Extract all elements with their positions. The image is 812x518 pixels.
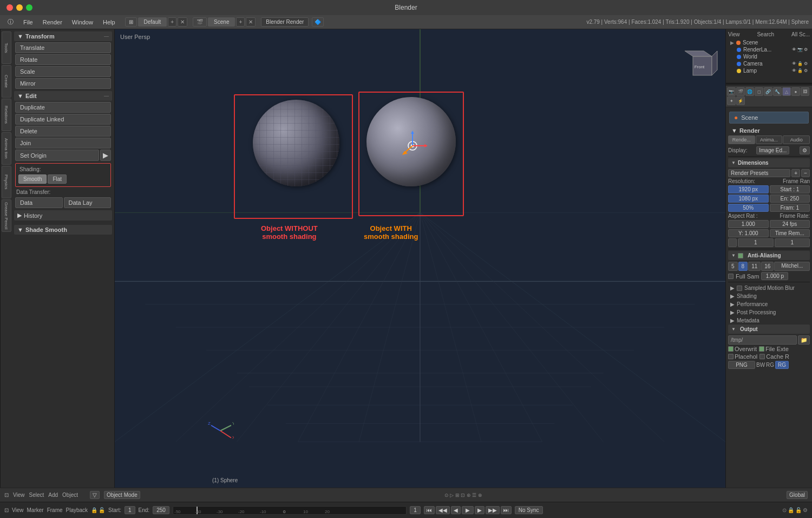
add-scene-btn[interactable]: + bbox=[236, 17, 245, 27]
aa-btn-16[interactable]: 16 bbox=[761, 262, 774, 271]
sampled-motion-blur-checkbox[interactable] bbox=[737, 286, 742, 291]
post-processing-row[interactable]: ▶ Post Processing bbox=[728, 308, 810, 316]
outliner-item-lamp[interactable]: Lamp 👁 🔒 ⚙ bbox=[728, 67, 810, 74]
timeline-frame-btn[interactable]: Frame bbox=[47, 507, 63, 513]
render-presets-select[interactable]: Render Presets bbox=[728, 169, 790, 177]
add-bottom-btn[interactable]: Add bbox=[48, 492, 58, 498]
end-value[interactable]: En: 250 bbox=[770, 195, 810, 203]
output-path-input[interactable]: /tmp/ bbox=[728, 335, 797, 345]
search-btn-outliner[interactable]: Search bbox=[757, 31, 774, 37]
material-props-icon[interactable]: ● bbox=[791, 87, 800, 96]
close-workspace-btn[interactable]: ✕ bbox=[178, 17, 187, 27]
camera-eye-icon[interactable]: 👁 bbox=[792, 61, 796, 66]
side-tab-animation[interactable]: Anima tion bbox=[2, 132, 11, 165]
prev-btn[interactable]: ◀ bbox=[451, 506, 461, 514]
side-tab-physics[interactable]: Physics bbox=[2, 166, 11, 198]
viewport[interactable]: View Select Add Object ⊙ ▷ ⊞ ⊡ bbox=[115, 29, 725, 488]
aa-btn-5[interactable]: 5 bbox=[728, 262, 738, 271]
lamp-settings-icon[interactable]: ⚙ bbox=[804, 68, 808, 73]
delete-btn[interactable]: Delete bbox=[15, 126, 111, 137]
res-pct-value[interactable]: 50% bbox=[728, 204, 769, 212]
menu-file[interactable]: File bbox=[19, 18, 37, 27]
shade-smooth-header[interactable]: ▼ Shade Smooth bbox=[14, 225, 112, 235]
scene-props-icon[interactable]: 🎬 bbox=[736, 87, 745, 96]
skip-end-btn[interactable]: ⏭ bbox=[501, 506, 512, 514]
timeline-view-btn[interactable]: View bbox=[12, 507, 24, 513]
outliner-item-render[interactable]: RenderLa... 👁 📷 ⚙ bbox=[728, 46, 810, 53]
menu-window[interactable]: Window bbox=[68, 18, 97, 27]
menu-render[interactable]: Render bbox=[38, 18, 67, 27]
outliner-item-camera[interactable]: Camera 👁 🔒 ⚙ bbox=[728, 60, 810, 67]
outliner-item-scene[interactable]: ▶ Scene bbox=[728, 39, 810, 46]
cache-r-checkbox[interactable] bbox=[759, 354, 765, 359]
global-select[interactable]: Global bbox=[787, 491, 808, 499]
object-props-icon[interactable]: ◻ bbox=[755, 87, 763, 96]
add-workspace-btn[interactable]: + bbox=[168, 17, 176, 27]
render-icon[interactable]: 📷 bbox=[797, 47, 803, 52]
timeline-track[interactable]: -50 -40 -30 -20 -10 0 10 20 bbox=[173, 506, 407, 515]
start-value[interactable]: 1 bbox=[125, 506, 135, 514]
data-btn[interactable]: Data bbox=[15, 197, 63, 208]
view-btn-outliner[interactable]: View bbox=[728, 31, 740, 37]
close-button[interactable] bbox=[6, 4, 13, 11]
workspace-tab-default[interactable]: Default bbox=[138, 17, 167, 27]
aa-header[interactable]: ▼ Anti-Aliasing bbox=[728, 251, 810, 260]
mode-select[interactable]: Object Mode bbox=[104, 491, 140, 499]
edit-header[interactable]: ▼ Edit — bbox=[14, 91, 112, 101]
render-tab-anim[interactable]: Anima... bbox=[756, 135, 783, 144]
duplicate-linked-btn[interactable]: Duplicate Linked bbox=[15, 114, 111, 125]
next-frame-btn[interactable]: ▶▶ bbox=[486, 506, 500, 514]
mirror-btn[interactable]: Mirror bbox=[15, 78, 111, 89]
timeline-icon-3[interactable]: 🔓 bbox=[795, 507, 802, 513]
render-props-icon[interactable]: 📷 bbox=[727, 87, 736, 96]
side-tab-create[interactable]: Create bbox=[2, 65, 11, 98]
eye-icon[interactable]: 👁 bbox=[792, 47, 796, 52]
data-props-icon[interactable]: △ bbox=[782, 87, 791, 96]
view-bottom-btn[interactable]: View bbox=[13, 492, 25, 498]
aa-filter-value[interactable]: Mitchel... bbox=[774, 262, 810, 271]
data-lay-btn[interactable]: Data Lay bbox=[64, 197, 112, 208]
overwrite-checkbox[interactable] bbox=[728, 346, 734, 352]
display-settings-btn[interactable]: ⚙ bbox=[800, 146, 810, 154]
color-swatch-1[interactable] bbox=[728, 238, 737, 247]
physics-props-icon[interactable]: ⚡ bbox=[736, 96, 745, 105]
smooth-btn[interactable]: Smooth bbox=[18, 174, 47, 184]
bw-label[interactable]: BW bbox=[756, 362, 765, 368]
flat-btn[interactable]: Flat bbox=[48, 174, 67, 184]
select-bottom-btn[interactable]: Select bbox=[29, 492, 44, 498]
constraint-props-icon[interactable]: 🔗 bbox=[764, 87, 772, 96]
timeline-icon-4[interactable]: ⚙ bbox=[803, 507, 808, 513]
start-value[interactable]: Start : 1 bbox=[770, 185, 810, 193]
texture-props-icon[interactable]: 🖼 bbox=[801, 87, 809, 96]
rg2-btn[interactable]: RG bbox=[775, 361, 789, 369]
current-frame[interactable]: 1 bbox=[410, 506, 421, 514]
frame-num-1[interactable]: 1 bbox=[738, 238, 774, 247]
timeline-icon-2[interactable]: 🔒 bbox=[788, 507, 794, 513]
play-btn[interactable]: ▶ bbox=[462, 506, 474, 514]
translate-btn[interactable]: Translate bbox=[15, 42, 111, 53]
side-tab-grease[interactable]: Grease Pencil bbox=[2, 199, 11, 232]
render-tab-render[interactable]: Rende... bbox=[728, 135, 755, 144]
full-sam-checkbox[interactable] bbox=[728, 274, 734, 279]
placeholder-checkbox[interactable] bbox=[728, 354, 734, 359]
rg-label[interactable]: RG bbox=[766, 362, 774, 368]
display-value[interactable]: Image Ed... bbox=[756, 146, 789, 154]
file-ext-checkbox[interactable] bbox=[759, 346, 764, 352]
set-origin-arrow[interactable]: ▶ bbox=[100, 150, 111, 161]
all-scenes-btn[interactable]: All Sc... bbox=[791, 31, 810, 37]
presets-add-btn[interactable]: + bbox=[791, 169, 800, 177]
side-tab-tools[interactable]: Tools bbox=[2, 31, 11, 64]
set-origin-btn[interactable]: Set Origin bbox=[15, 150, 99, 161]
minimize-button[interactable] bbox=[16, 4, 23, 11]
output-header[interactable]: ▼ Output bbox=[728, 325, 810, 334]
frame-val[interactable]: Fram: 1 bbox=[770, 204, 810, 212]
timeline-marker-btn[interactable]: Marker bbox=[27, 507, 44, 513]
sync-mode[interactable]: No Sync bbox=[515, 506, 543, 514]
settings-icon[interactable]: ⚙ bbox=[804, 47, 808, 52]
fps-value[interactable]: 24 fps bbox=[770, 220, 810, 228]
res-x-value[interactable]: 1920 px bbox=[728, 185, 769, 193]
particle-props-icon[interactable]: ✦ bbox=[727, 96, 736, 105]
aspect-y-value[interactable]: Y: 1.000 bbox=[728, 229, 769, 237]
shading-row[interactable]: ▶ Shading bbox=[728, 292, 810, 300]
output-path-browse[interactable]: 📁 bbox=[798, 335, 810, 345]
